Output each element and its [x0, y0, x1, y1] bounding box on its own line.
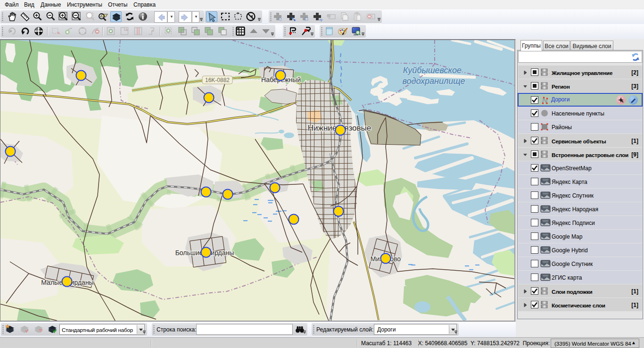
svg-text:x: x	[10, 29, 12, 33]
svg-text:xy: xy	[319, 18, 322, 22]
svg-text:Куйбышевское: Куйбышевское	[403, 66, 462, 75]
svg-text:16K-0882: 16K-0882	[205, 77, 230, 83]
svg-text:водохранилище: водохранилище	[402, 76, 465, 86]
